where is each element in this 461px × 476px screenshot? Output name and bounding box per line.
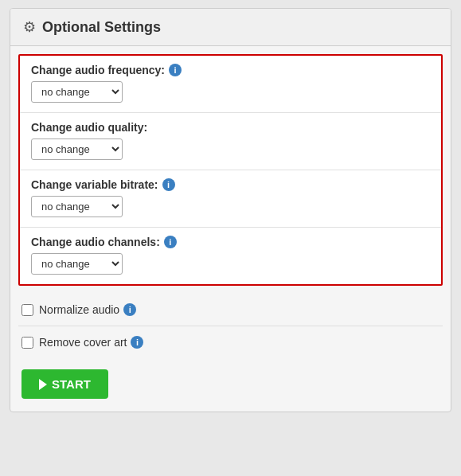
audio-frequency-select[interactable]: no change 8000 Hz 11025 Hz 16000 Hz 2205… [31,81,123,103]
normalize-audio-row: Normalize audio i [18,294,443,326]
start-button[interactable]: START [21,369,108,399]
remove-cover-art-label-text: Remove cover art [39,336,127,349]
gear-icon: ⚙ [23,18,36,36]
audio-frequency-info-icon[interactable]: i [169,64,182,76]
normalize-audio-checkbox[interactable] [21,304,33,316]
start-button-label: START [52,377,91,391]
remove-cover-art-label: Remove cover art i [39,336,143,349]
audio-quality-row: Change audio quality: no change 1 (best)… [20,113,441,170]
audio-frequency-label: Change audio frequency: i [31,64,430,76]
audio-quality-select[interactable]: no change 1 (best) 2 3 4 5 (default) 6 7… [31,139,123,160]
audio-frequency-label-text: Change audio frequency: [31,64,165,76]
variable-bitrate-select[interactable]: no change enable disable [31,196,123,217]
audio-channels-select[interactable]: no change 1 (mono) 2 (stereo) [31,253,123,275]
remove-cover-art-row: Remove cover art i [18,326,443,358]
extra-options-area: Normalize audio i Remove cover art i [10,294,451,358]
audio-quality-label-text: Change audio quality: [31,121,147,134]
variable-bitrate-row: Change variable bitrate: i no change ena… [20,170,441,228]
remove-cover-art-checkbox[interactable] [21,337,33,349]
card-header: ⚙ Optional Settings [10,9,451,46]
audio-channels-label: Change audio channels: i [31,236,430,248]
variable-bitrate-info-icon[interactable]: i [162,178,175,191]
audio-channels-label-text: Change audio channels: [31,236,160,248]
optional-settings-card: ⚙ Optional Settings Change audio frequen… [10,8,451,412]
variable-bitrate-label-text: Change variable bitrate: [31,178,158,191]
audio-channels-row: Change audio channels: i no change 1 (mo… [20,228,441,284]
play-icon [39,379,47,390]
normalize-audio-label-text: Normalize audio [39,303,119,316]
normalize-audio-info-icon[interactable]: i [123,303,136,316]
normalize-audio-label: Normalize audio i [39,303,136,316]
remove-cover-art-info-icon[interactable]: i [131,336,143,349]
audio-frequency-row: Change audio frequency: i no change 8000… [20,56,441,113]
audio-quality-label: Change audio quality: [31,121,430,134]
audio-channels-info-icon[interactable]: i [164,236,177,248]
audio-settings-section: Change audio frequency: i no change 8000… [18,54,443,286]
page-title: Optional Settings [42,19,161,36]
variable-bitrate-label: Change variable bitrate: i [31,178,430,191]
